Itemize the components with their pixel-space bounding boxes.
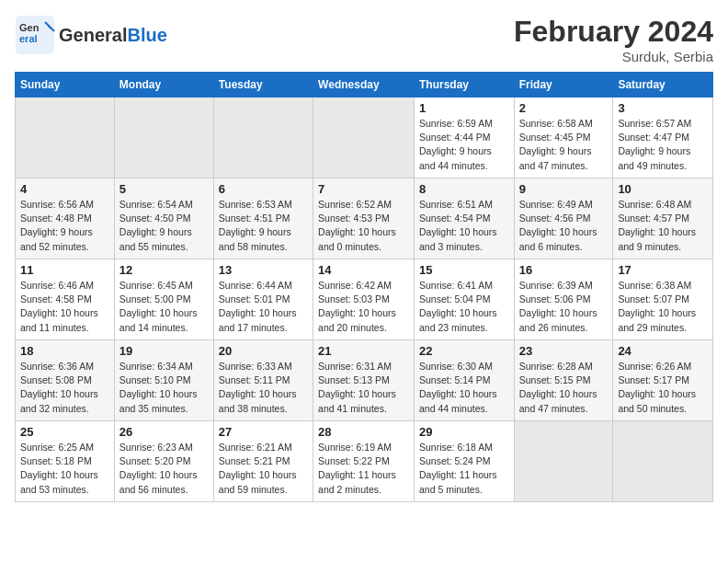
day-cell: 7Sunrise: 6:52 AM Sunset: 4:53 PM Daylig… — [313, 178, 415, 259]
day-info: Sunrise: 6:46 AM Sunset: 4:58 PM Dayligh… — [20, 279, 109, 335]
day-number: 6 — [219, 182, 308, 196]
day-info: Sunrise: 6:28 AM Sunset: 5:15 PM Dayligh… — [519, 360, 609, 416]
day-number: 11 — [20, 263, 109, 277]
col-header-wednesday: Wednesday — [313, 73, 415, 98]
day-cell: 26Sunrise: 6:23 AM Sunset: 5:20 PM Dayli… — [114, 421, 213, 502]
day-cell: 13Sunrise: 6:44 AM Sunset: 5:01 PM Dayli… — [213, 259, 313, 340]
logo-svg: Gen eral — [15, 15, 55, 55]
day-cell: 9Sunrise: 6:49 AM Sunset: 4:56 PM Daylig… — [514, 178, 613, 259]
day-cell: 27Sunrise: 6:21 AM Sunset: 5:21 PM Dayli… — [213, 421, 313, 502]
day-cell: 19Sunrise: 6:34 AM Sunset: 5:10 PM Dayli… — [114, 340, 213, 421]
week-row-5: 25Sunrise: 6:25 AM Sunset: 5:18 PM Dayli… — [16, 421, 713, 502]
svg-text:Gen: Gen — [19, 22, 40, 33]
day-cell: 23Sunrise: 6:28 AM Sunset: 5:15 PM Dayli… — [514, 340, 613, 421]
month-year-title: February 2024 — [514, 15, 713, 49]
logo: Gen eral GeneralBlue — [15, 15, 167, 55]
day-cell — [313, 98, 415, 178]
calendar-table: SundayMondayTuesdayWednesdayThursdayFrid… — [15, 72, 713, 502]
day-cell: 22Sunrise: 6:30 AM Sunset: 5:14 PM Dayli… — [414, 340, 514, 421]
day-info: Sunrise: 6:23 AM Sunset: 5:20 PM Dayligh… — [119, 441, 209, 497]
day-cell: 17Sunrise: 6:38 AM Sunset: 5:07 PM Dayli… — [613, 259, 713, 340]
day-cell: 24Sunrise: 6:26 AM Sunset: 5:17 PM Dayli… — [613, 340, 713, 421]
col-header-thursday: Thursday — [414, 73, 514, 98]
day-number: 22 — [419, 344, 509, 358]
day-cell — [213, 98, 313, 178]
day-number: 3 — [618, 101, 708, 115]
day-number: 12 — [119, 263, 209, 277]
day-cell: 1Sunrise: 6:59 AM Sunset: 4:44 PM Daylig… — [414, 98, 514, 178]
day-cell: 29Sunrise: 6:18 AM Sunset: 5:24 PM Dayli… — [414, 421, 514, 502]
col-header-tuesday: Tuesday — [213, 73, 313, 98]
day-number: 14 — [318, 263, 409, 277]
logo-blue-text: Blue — [127, 25, 166, 45]
day-info: Sunrise: 6:38 AM Sunset: 5:07 PM Dayligh… — [618, 279, 708, 335]
col-header-sunday: Sunday — [16, 73, 115, 98]
day-number: 17 — [618, 263, 708, 277]
day-cell: 15Sunrise: 6:41 AM Sunset: 5:04 PM Dayli… — [414, 259, 514, 340]
day-cell: 20Sunrise: 6:33 AM Sunset: 5:11 PM Dayli… — [213, 340, 313, 421]
col-header-friday: Friday — [514, 73, 613, 98]
day-info: Sunrise: 6:39 AM Sunset: 5:06 PM Dayligh… — [519, 279, 609, 335]
day-cell: 2Sunrise: 6:58 AM Sunset: 4:45 PM Daylig… — [514, 98, 613, 178]
day-number: 29 — [419, 425, 509, 439]
col-header-monday: Monday — [114, 73, 213, 98]
day-info: Sunrise: 6:58 AM Sunset: 4:45 PM Dayligh… — [519, 117, 609, 173]
day-cell: 10Sunrise: 6:48 AM Sunset: 4:57 PM Dayli… — [613, 178, 713, 259]
day-number: 4 — [20, 182, 109, 196]
day-info: Sunrise: 6:25 AM Sunset: 5:18 PM Dayligh… — [20, 441, 109, 497]
day-cell: 11Sunrise: 6:46 AM Sunset: 4:58 PM Dayli… — [16, 259, 115, 340]
day-number: 19 — [119, 344, 209, 358]
day-info: Sunrise: 6:34 AM Sunset: 5:10 PM Dayligh… — [119, 360, 209, 416]
day-cell: 21Sunrise: 6:31 AM Sunset: 5:13 PM Dayli… — [313, 340, 415, 421]
day-number: 26 — [119, 425, 209, 439]
day-info: Sunrise: 6:42 AM Sunset: 5:03 PM Dayligh… — [318, 279, 409, 335]
week-row-1: 1Sunrise: 6:59 AM Sunset: 4:44 PM Daylig… — [16, 98, 713, 178]
day-number: 10 — [618, 182, 708, 196]
day-cell: 18Sunrise: 6:36 AM Sunset: 5:08 PM Dayli… — [16, 340, 115, 421]
day-info: Sunrise: 6:48 AM Sunset: 4:57 PM Dayligh… — [618, 198, 708, 254]
day-cell: 12Sunrise: 6:45 AM Sunset: 5:00 PM Dayli… — [114, 259, 213, 340]
day-number: 18 — [20, 344, 109, 358]
day-info: Sunrise: 6:36 AM Sunset: 5:08 PM Dayligh… — [20, 360, 109, 416]
day-info: Sunrise: 6:51 AM Sunset: 4:54 PM Dayligh… — [419, 198, 509, 254]
week-row-2: 4Sunrise: 6:56 AM Sunset: 4:48 PM Daylig… — [16, 178, 713, 259]
day-cell — [613, 421, 713, 502]
day-info: Sunrise: 6:31 AM Sunset: 5:13 PM Dayligh… — [318, 360, 409, 416]
day-number: 23 — [519, 344, 609, 358]
day-info: Sunrise: 6:41 AM Sunset: 5:04 PM Dayligh… — [419, 279, 509, 335]
day-cell: 28Sunrise: 6:19 AM Sunset: 5:22 PM Dayli… — [313, 421, 415, 502]
calendar-header-row: SundayMondayTuesdayWednesdayThursdayFrid… — [16, 73, 713, 98]
day-cell: 16Sunrise: 6:39 AM Sunset: 5:06 PM Dayli… — [514, 259, 613, 340]
day-number: 1 — [419, 101, 509, 115]
day-number: 28 — [318, 425, 409, 439]
day-number: 15 — [419, 263, 509, 277]
day-info: Sunrise: 6:33 AM Sunset: 5:11 PM Dayligh… — [219, 360, 308, 416]
day-number: 20 — [219, 344, 308, 358]
day-info: Sunrise: 6:54 AM Sunset: 4:50 PM Dayligh… — [119, 198, 209, 254]
day-cell — [16, 98, 115, 178]
day-info: Sunrise: 6:30 AM Sunset: 5:14 PM Dayligh… — [419, 360, 509, 416]
page-header: Gen eral GeneralBlue February 2024 Surdu… — [15, 15, 713, 64]
day-number: 9 — [519, 182, 609, 196]
day-cell: 6Sunrise: 6:53 AM Sunset: 4:51 PM Daylig… — [213, 178, 313, 259]
day-cell: 5Sunrise: 6:54 AM Sunset: 4:50 PM Daylig… — [114, 178, 213, 259]
day-cell: 8Sunrise: 6:51 AM Sunset: 4:54 PM Daylig… — [414, 178, 514, 259]
location-subtitle: Surduk, Serbia — [514, 49, 713, 64]
day-info: Sunrise: 6:52 AM Sunset: 4:53 PM Dayligh… — [318, 198, 409, 254]
day-number: 16 — [519, 263, 609, 277]
col-header-saturday: Saturday — [613, 73, 713, 98]
day-info: Sunrise: 6:49 AM Sunset: 4:56 PM Dayligh… — [519, 198, 609, 254]
day-info: Sunrise: 6:44 AM Sunset: 5:01 PM Dayligh… — [219, 279, 308, 335]
day-info: Sunrise: 6:45 AM Sunset: 5:00 PM Dayligh… — [119, 279, 209, 335]
day-number: 25 — [20, 425, 109, 439]
day-info: Sunrise: 6:57 AM Sunset: 4:47 PM Dayligh… — [618, 117, 708, 173]
day-number: 7 — [318, 182, 409, 196]
day-info: Sunrise: 6:26 AM Sunset: 5:17 PM Dayligh… — [618, 360, 708, 416]
day-cell: 25Sunrise: 6:25 AM Sunset: 5:18 PM Dayli… — [16, 421, 115, 502]
day-info: Sunrise: 6:21 AM Sunset: 5:21 PM Dayligh… — [219, 441, 308, 497]
day-cell: 14Sunrise: 6:42 AM Sunset: 5:03 PM Dayli… — [313, 259, 415, 340]
day-info: Sunrise: 6:19 AM Sunset: 5:22 PM Dayligh… — [318, 441, 409, 497]
title-area: February 2024 Surduk, Serbia — [514, 15, 713, 64]
logo-general-text: General — [59, 25, 127, 45]
svg-text:eral: eral — [19, 33, 38, 44]
